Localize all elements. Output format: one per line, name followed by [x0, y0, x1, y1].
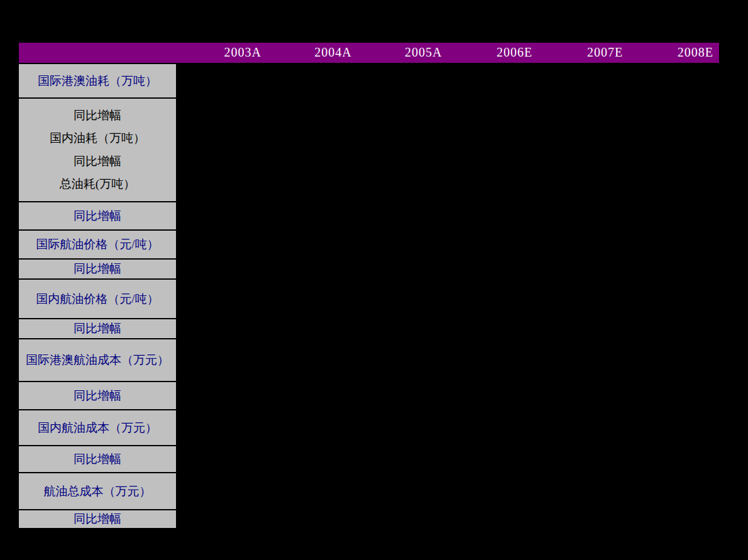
row-yoy-growth-total-cost: 同比增幅	[19, 510, 177, 529]
row-intl-hkmo-fuel-consumption: 国际港澳油耗（万吨）	[19, 64, 177, 99]
row-intl-hkmo-jetfuel-cost: 国际港澳航油成本（万元）	[19, 339, 177, 382]
column-header-2006e: 2006E	[448, 43, 538, 63]
column-header-2003a: 2003A	[177, 43, 267, 63]
column-header-2004a: 2004A	[267, 43, 358, 63]
row-yoy-growth-domestic: 同比增幅	[74, 155, 121, 168]
header-corner-spacer	[19, 43, 177, 63]
row-domestic-jetfuel-cost: 国内航油成本（万元）	[19, 410, 177, 446]
column-header-2007e: 2007E	[538, 43, 629, 63]
row-domestic-jetfuel-price: 国内航油价格（元/吨）	[19, 280, 177, 319]
page-background: 2003A 2004A 2005A 2006E 2007E 2008E 国际港澳…	[0, 0, 748, 560]
row-domestic-fuel-consumption: 国内油耗（万吨）	[50, 132, 145, 145]
row-total-fuel-consumption: 总油耗(万吨）	[60, 178, 135, 190]
row-label-column: 国际港澳油耗（万吨） 同比增幅 国内油耗（万吨） 同比增幅 总油耗(万吨） 同比…	[19, 63, 177, 529]
row-yoy-growth-intl: 同比增幅	[74, 109, 121, 122]
table-header-row: 2003A 2004A 2005A 2006E 2007E 2008E	[19, 43, 719, 63]
column-header-2005a: 2005A	[358, 43, 448, 63]
column-header-2008e: 2008E	[629, 43, 719, 63]
fuel-cost-table: 2003A 2004A 2005A 2006E 2007E 2008E 国际港澳…	[19, 43, 719, 529]
row-yoy-growth-total-fuel: 同比增幅	[19, 202, 177, 231]
row-total-jetfuel-cost: 航油总成本（万元）	[19, 473, 177, 510]
row-yoy-growth-intl-price: 同比增幅	[19, 260, 177, 280]
row-intl-jetfuel-price: 国际航油价格（元/吨）	[19, 231, 177, 260]
table-data-area-empty	[177, 64, 719, 530]
row-yoy-growth-intl-cost: 同比增幅	[19, 382, 177, 410]
row-yoy-growth-domestic-price: 同比增幅	[19, 319, 177, 339]
row-group-domestic-and-total-fuel: 同比增幅 国内油耗（万吨） 同比增幅 总油耗(万吨）	[19, 99, 177, 202]
row-yoy-growth-domestic-cost: 同比增幅	[19, 446, 177, 473]
